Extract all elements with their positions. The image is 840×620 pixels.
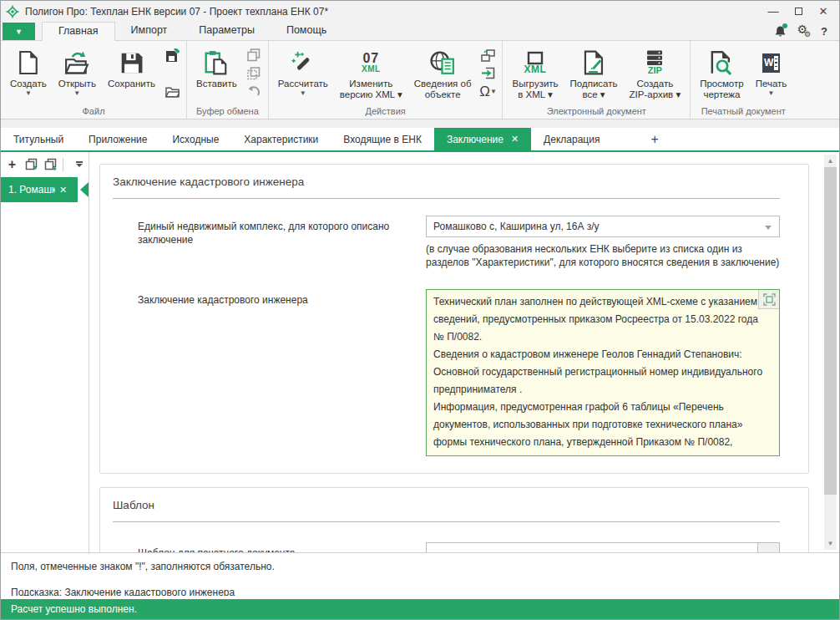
template-field-row: Шаблон для печатного документа ... (если… <box>113 542 780 552</box>
menu-tab-glavnaya[interactable]: Главная <box>42 22 115 41</box>
browse-button[interactable]: ... <box>758 542 780 552</box>
paste-button[interactable]: Вставить <box>190 43 243 105</box>
status-message: Поля, отмеченные знаком "!", заполняются… <box>11 561 829 572</box>
conclusion-textarea[interactable]: Технический план заполнен по действующей… <box>426 289 780 456</box>
object-info-button[interactable]: Сведения об объекте <box>408 43 478 105</box>
ribbon-group-printdoc: Просмотр чертежа W Печать ▼ Печатный док… <box>691 41 796 119</box>
workspace: + <box>1 152 839 552</box>
tab-kharakteristiki[interactable]: Характеристики <box>231 128 331 150</box>
section-item-1[interactable]: 1. Ромашково ✕ <box>1 177 89 202</box>
chevron-down-icon <box>765 226 772 230</box>
enk-combobox-value: Ромашково с, Каширина ул, 16А з/у <box>433 221 600 232</box>
ribbon-group-edoc: XML Выгрузить в XML ▾ <box>503 41 691 119</box>
conclusion-field-row: Заключение кадастрового инженера Техниче… <box>113 289 780 456</box>
sync-objects-icon[interactable] <box>480 48 495 63</box>
chevron-down-icon: ▼ <box>768 90 775 97</box>
sidebar-toolbar: + <box>1 152 89 176</box>
magic-wand-icon <box>291 47 315 79</box>
ribbon-group-clipboard: Вставить <box>187 41 269 119</box>
group-label-printdoc: Печатный документ <box>694 105 792 119</box>
create-button[interactable]: Создать ▼ <box>4 43 53 105</box>
duplicate-section-button[interactable] <box>23 156 39 172</box>
create-zip-button[interactable]: ZIP Создать ZIP-архив ▾ <box>624 43 687 105</box>
menu-tab-parametry[interactable]: Параметры <box>183 22 271 40</box>
expand-editor-button[interactable] <box>758 290 779 309</box>
app-window: Полигон Про: Техплан ЕНК версии 07 - Про… <box>0 0 840 620</box>
copy-icon[interactable] <box>246 48 261 63</box>
ribbon-gap <box>1 119 839 128</box>
save-floppy-icon <box>120 47 143 79</box>
zip-archive-icon: ZIP <box>645 47 665 79</box>
app-logo-icon <box>6 5 19 18</box>
sign-all-button[interactable]: Подписать все ▾ <box>564 43 624 105</box>
tab-deklaratsiya[interactable]: Декларация <box>531 128 612 150</box>
app-menu-button[interactable]: ▼ <box>3 23 35 40</box>
ribbon-group-file: Создать ▼ Открыть ▼ <box>1 41 187 119</box>
undo-icon[interactable] <box>246 84 261 99</box>
open-folder-icon <box>64 47 89 79</box>
enk-field-label: Единый недвижимый комплекс, для которого… <box>138 216 426 269</box>
open-button[interactable]: Открыть ▼ <box>53 43 102 105</box>
paste-special-icon[interactable] <box>246 66 261 81</box>
preview-drawing-button[interactable]: Просмотр чертежа <box>694 43 750 105</box>
tab-prilozhenie[interactable]: Приложение <box>76 128 159 150</box>
close-section-icon[interactable]: ✕ <box>59 185 67 196</box>
settings-gear-icon[interactable]: ⚙⚙ <box>797 23 811 38</box>
success-message: Расчет успешно выполнен. <box>11 603 137 615</box>
save-button[interactable]: Сохранить <box>102 43 161 105</box>
help-icon[interactable]: ? <box>821 25 827 38</box>
close-button[interactable]: ✕ <box>811 3 836 20</box>
titlebar: Полигон Про: Техплан ЕНК версии 07 - Про… <box>1 1 839 22</box>
omega-symbol-button[interactable]: Ω▼ <box>480 84 495 99</box>
window-title: Полигон Про: Техплан ЕНК версии 07 - Про… <box>25 6 328 18</box>
print-button[interactable]: W Печать ▼ <box>750 43 793 105</box>
status-hint-clipped: Подсказка: Заключение кадастрового инжен… <box>11 587 829 596</box>
chevron-down-icon: ▼ <box>73 90 80 97</box>
chevron-down-icon: ▼ <box>300 90 306 97</box>
notification-dot <box>782 23 787 28</box>
copy-section-button[interactable] <box>43 156 58 172</box>
success-bar: Расчет успешно выполнен. <box>1 599 839 619</box>
minimize-button[interactable]: — <box>761 3 786 20</box>
collapse-list-icon[interactable] <box>76 161 83 167</box>
enk-field-hint: (в случае образования нескольких ЕНК выб… <box>426 242 780 269</box>
xml-export-icon: XML <box>521 47 549 79</box>
group-label-edoc: Электронный документ <box>506 105 686 119</box>
save-copy-folder-icon[interactable] <box>164 84 180 99</box>
template-panel: Шаблон Шаблон для печатного документа ..… <box>99 487 809 552</box>
tab-zaklyuchenie[interactable]: Заключение ✕ <box>434 128 531 150</box>
import-into-icon[interactable] <box>480 66 495 81</box>
maximize-button[interactable] <box>786 3 811 20</box>
add-section-button[interactable]: + <box>4 156 20 172</box>
tab-vkhodyaschie-v-enk[interactable]: Входящие в ЕНК <box>331 128 434 150</box>
section-item-label: 1. Ромашково <box>8 184 55 196</box>
close-tab-icon[interactable]: ✕ <box>511 134 519 145</box>
tab-titulny[interactable]: Титульный <box>1 128 76 150</box>
chevron-down-icon: ▼ <box>25 90 32 97</box>
tab-iskhodnye[interactable]: Исходные <box>159 128 231 150</box>
scroll-down-icon[interactable]: ▼ <box>824 537 837 550</box>
notifications-bell-icon[interactable] <box>774 25 787 38</box>
globe-info-icon <box>430 47 455 79</box>
enk-field-row: Единый недвижимый комплекс, для которого… <box>113 216 780 269</box>
add-tab-button[interactable]: + <box>639 128 670 150</box>
save-as-icon[interactable] <box>164 48 180 63</box>
menubar: ▼ Главная Импорт Параметры Помощь ⚙⚙ ? <box>1 22 839 41</box>
divider <box>113 198 780 199</box>
menu-tab-import[interactable]: Импорт <box>115 22 184 40</box>
change-xml-version-button[interactable]: 07 XML Изменить версию XML ▾ <box>334 43 408 105</box>
chevron-down-icon: ▼ <box>15 28 23 36</box>
vertical-scrollbar[interactable]: ▲ ▼ <box>824 155 837 550</box>
export-xml-button[interactable]: XML Выгрузить в XML ▾ <box>506 43 564 105</box>
menu-tab-pomosch[interactable]: Помощь <box>271 22 342 40</box>
template-field-label: Шаблон для печатного документа <box>138 542 426 552</box>
template-path-input[interactable] <box>426 542 758 552</box>
scrollbar-thumb[interactable] <box>824 167 837 495</box>
main-content: Заключение кадастрового инженера Единый … <box>89 152 839 552</box>
new-document-icon <box>18 47 39 79</box>
enk-combobox[interactable]: Ромашково с, Каширина ул, 16А з/у <box>426 216 780 237</box>
conclusion-field-label: Заключение кадастрового инженера <box>138 289 426 456</box>
conclusion-panel: Заключение кадастрового инженера Единый … <box>99 164 809 474</box>
calculate-button[interactable]: Рассчитать ▼ <box>272 43 334 105</box>
scroll-up-icon[interactable]: ▲ <box>824 155 837 167</box>
